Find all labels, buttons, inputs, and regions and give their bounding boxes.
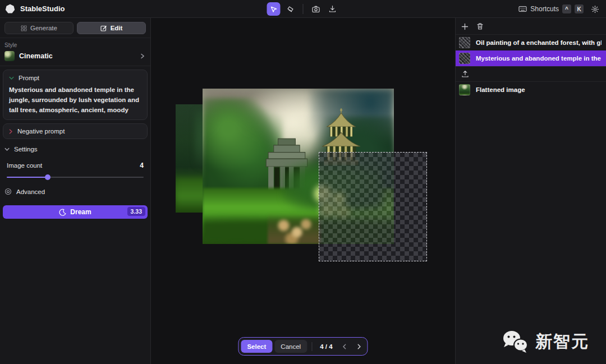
previous-image-button[interactable] bbox=[338, 340, 351, 353]
chevron-down-icon bbox=[4, 148, 10, 151]
shortcuts-button[interactable]: Shortcuts ^ K bbox=[518, 4, 584, 13]
tab-edit[interactable]: Edit bbox=[77, 22, 146, 34]
divider bbox=[311, 342, 312, 351]
upload-icon bbox=[461, 70, 469, 78]
app-title: StableStudio bbox=[20, 4, 65, 13]
topbar-right: Shortcuts ^ K bbox=[518, 0, 602, 18]
prompt-header-label: Prompt bbox=[19, 75, 39, 81]
trash-icon[interactable] bbox=[476, 22, 484, 30]
image-count-value: 4 bbox=[140, 162, 144, 169]
download-tool-button[interactable] bbox=[326, 2, 339, 16]
shortcuts-label: Shortcuts bbox=[530, 5, 559, 13]
image-count-label: Image count bbox=[7, 162, 42, 169]
download-icon bbox=[329, 5, 337, 13]
style-value: Cinematic bbox=[19, 52, 136, 60]
watermark-text: 新智元 bbox=[535, 330, 589, 353]
shortcut-modifier-key: ^ bbox=[562, 4, 571, 13]
select-button[interactable]: Select bbox=[241, 340, 272, 353]
brand: StableStudio bbox=[0, 3, 65, 15]
chevron-down-icon bbox=[9, 76, 14, 80]
add-layer-icon[interactable] bbox=[461, 23, 469, 30]
style-label: Style bbox=[4, 42, 145, 48]
layer-thumbnail bbox=[459, 84, 470, 95]
style-selector[interactable]: Cinematic bbox=[4, 51, 145, 61]
style-thumbnail bbox=[4, 51, 15, 61]
watermark: 新智元 bbox=[501, 329, 589, 354]
selection-action-bar: Select Cancel 4 / 4 bbox=[238, 337, 368, 356]
negative-prompt-header[interactable]: Negative prompt bbox=[9, 128, 141, 135]
dream-cost-badge: 3.33 bbox=[127, 207, 145, 216]
selection-marquee[interactable] bbox=[319, 152, 427, 261]
eraser-icon bbox=[287, 5, 295, 13]
dream-button[interactable]: Dream 3.33 bbox=[3, 205, 148, 219]
settings-header[interactable]: Settings bbox=[0, 139, 150, 153]
chevron-right-icon bbox=[357, 344, 361, 349]
camera-icon bbox=[311, 5, 320, 13]
layers-panel: Oil painting of a enchanted forest, with… bbox=[455, 18, 606, 364]
layer-label: Oil painting of a enchanted forest, with… bbox=[476, 39, 602, 46]
style-section[interactable]: Style Cinematic bbox=[0, 38, 150, 66]
shortcut-letter-key: K bbox=[575, 4, 584, 13]
image-count-slider[interactable] bbox=[7, 174, 144, 180]
settings-header-label: Settings bbox=[14, 146, 38, 153]
tab-edit-label: Edit bbox=[111, 25, 123, 31]
lens-icon bbox=[4, 188, 12, 195]
dream-button-label: Dream bbox=[70, 208, 91, 216]
slider-fill bbox=[7, 177, 48, 178]
negative-prompt-label: Negative prompt bbox=[17, 128, 65, 135]
layer-label: Flattened image bbox=[476, 86, 525, 93]
next-image-button[interactable] bbox=[353, 340, 365, 353]
layer-item-flattened[interactable]: Flattened image bbox=[456, 82, 606, 98]
cancel-button[interactable]: Cancel bbox=[274, 340, 307, 353]
prompt-text[interactable]: Mysterious and abandoned temple in the j… bbox=[9, 85, 141, 115]
stablestudio-app: StableStudio bbox=[0, 0, 606, 364]
keyboard-icon bbox=[518, 6, 527, 12]
tab-generate[interactable]: Generate bbox=[4, 22, 74, 34]
editor-canvas[interactable]: Select Cancel 4 / 4 bbox=[151, 18, 455, 364]
top-bar: StableStudio bbox=[0, 0, 606, 18]
tab-generate-label: Generate bbox=[30, 25, 57, 31]
layer-item[interactable]: Oil painting of a enchanted forest, with… bbox=[456, 35, 606, 50]
chevron-left-icon bbox=[342, 344, 346, 349]
image-count-row: Image count 4 bbox=[0, 153, 150, 169]
generation-panel: Generate Edit Style Cinematic bbox=[0, 18, 151, 364]
pencil-icon bbox=[100, 25, 107, 31]
wechat-bubbles-icon bbox=[501, 329, 530, 354]
app-logo-icon bbox=[4, 3, 16, 15]
front-image-path-bokeh bbox=[268, 213, 321, 244]
gear-icon bbox=[591, 5, 599, 13]
page-indicator: 4 / 4 bbox=[316, 343, 336, 350]
cursor-arrow-icon bbox=[270, 6, 277, 13]
divider bbox=[0, 66, 150, 66]
layer-thumbnail bbox=[459, 37, 470, 48]
eraser-tool-button[interactable] bbox=[284, 2, 297, 16]
chevron-right-icon bbox=[140, 53, 145, 59]
negative-prompt-card[interactable]: Negative prompt bbox=[3, 123, 148, 139]
snapshot-tool-button[interactable] bbox=[309, 2, 323, 16]
layers-toolbar bbox=[456, 18, 606, 34]
prompt-header[interactable]: Prompt bbox=[9, 75, 141, 81]
layer-thumbnail bbox=[459, 53, 470, 64]
grid-icon bbox=[21, 25, 27, 31]
settings-button[interactable] bbox=[588, 2, 602, 16]
moon-icon bbox=[59, 209, 66, 216]
advanced-toggle[interactable]: Advanced bbox=[0, 180, 150, 195]
mode-tabs: Generate Edit bbox=[0, 18, 150, 38]
select-tool-button[interactable] bbox=[267, 2, 281, 16]
advanced-label: Advanced bbox=[16, 188, 45, 195]
toolbar-divider bbox=[303, 4, 304, 14]
chevron-right-icon bbox=[9, 129, 13, 134]
layer-label: Mysterious and abandoned temple in the j… bbox=[476, 55, 602, 62]
canvas-toolbar bbox=[267, 0, 339, 18]
upload-image-button[interactable] bbox=[456, 67, 606, 81]
slider-thumb[interactable] bbox=[45, 174, 50, 180]
layer-item-selected[interactable]: Mysterious and abandoned temple in the j… bbox=[456, 50, 606, 66]
prompt-card[interactable]: Prompt Mysterious and abandoned temple i… bbox=[3, 70, 148, 120]
